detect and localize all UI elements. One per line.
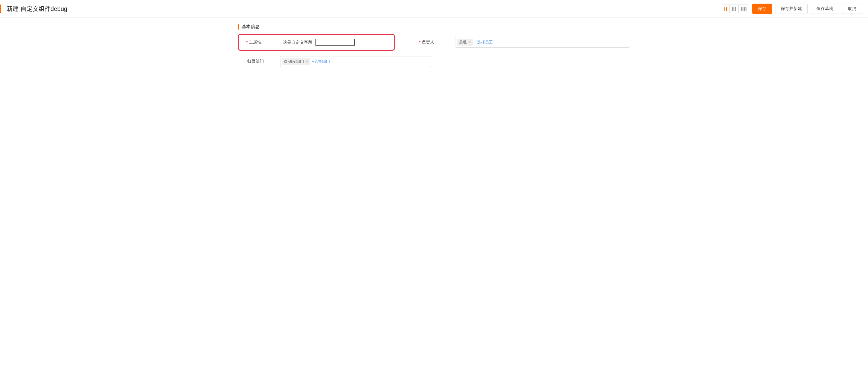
required-icon: * [246,40,248,45]
owner-field: * 负责人 吴敬 ✕ +选择员工 [413,34,630,51]
columns-3-icon [732,7,736,11]
header-left: 新建 自定义组件debug [0,4,67,13]
circle-icon [284,60,287,63]
add-employee-link[interactable]: +选择员工 [475,39,493,45]
close-icon[interactable]: ✕ [468,40,471,45]
section-title: 基本信息 [242,24,260,30]
section-header: 基本信息 [238,24,630,30]
main-property-input[interactable] [315,39,355,46]
main-property-control: 这是自定义字段 [283,39,389,46]
cancel-button[interactable]: 取消 [842,4,862,14]
main-property-label: * 主属性 [244,39,283,45]
department-label: 归属部门 [238,59,280,64]
department-tag: 研发部门 ✕ [282,58,310,65]
header-actions: 保存 保存并新建 保存草稿 取消 [722,4,862,14]
form-row-2: 归属部门 研发部门 ✕ +选择部门 [238,56,630,67]
add-department-link[interactable]: +选择部门 [312,59,330,64]
department-tag-input[interactable]: 研发部门 ✕ +选择部门 [280,56,431,67]
section-accent-bar [238,24,239,30]
layout-2col-button[interactable] [722,5,730,13]
page-title: 新建 自定义组件debug [7,5,67,13]
required-icon: * [419,40,421,45]
main-property-field-highlight: * 主属性 这是自定义字段 [238,34,395,51]
save-and-new-button[interactable]: 保存并新建 [775,4,808,14]
save-draft-button[interactable]: 保存草稿 [811,4,839,14]
accent-bar [0,4,1,13]
department-tag-text: 研发部门 [288,59,304,64]
columns-2-icon [724,7,727,11]
empty-cell [449,56,630,67]
columns-4-icon [741,7,746,11]
form-section: 基本信息 * 主属性 这是自定义字段 * 负责人 [232,24,636,67]
form-row-1: * 主属性 这是自定义字段 * 负责人 吴敬 ✕ [238,34,630,51]
owner-label: * 负责人 [413,39,455,45]
page-header: 新建 自定义组件debug 保存 保存并新建 保存草稿 取消 [0,0,868,18]
close-icon[interactable]: ✕ [305,59,308,64]
owner-tag: 吴敬 ✕ [457,39,473,46]
owner-tag-text: 吴敬 [459,39,467,45]
layout-toggle-group [722,4,749,13]
content-area: 基本信息 * 主属性 这是自定义字段 * 负责人 [0,18,868,79]
owner-tag-input[interactable]: 吴敬 ✕ +选择员工 [455,37,630,48]
department-control: 研发部门 ✕ +选择部门 [280,56,431,67]
custom-field-prefix: 这是自定义字段 [283,40,312,45]
owner-label-text: 负责人 [422,39,434,45]
department-field: 归属部门 研发部门 ✕ +选择部门 [238,56,431,67]
save-button[interactable]: 保存 [752,4,772,14]
main-property-label-text: 主属性 [249,39,261,45]
owner-control: 吴敬 ✕ +选择员工 [455,37,630,48]
department-label-text: 归属部门 [247,59,264,64]
layout-4col-button[interactable] [739,5,749,13]
layout-3col-button[interactable] [730,5,739,13]
